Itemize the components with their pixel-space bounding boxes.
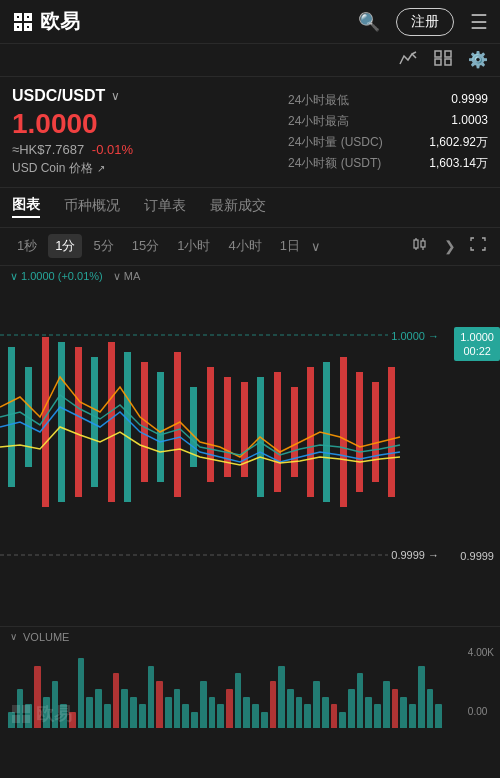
vol-bar [278,666,285,728]
vol-bar [348,689,355,728]
svg-rect-40 [307,367,314,497]
time-period-row: 1秒 1分 5分 15分 1小时 4小时 1日 ∨ ❯ [0,228,500,266]
vol-bar [139,704,146,727]
chart-controls: ❯ [408,234,490,258]
bottom-price-label: 0.9999 → [388,548,442,562]
svg-rect-24 [91,357,98,487]
price-tag-value: 1.0000 [460,330,494,344]
header-right: 🔍 注册 ☰ [358,8,488,36]
watermark: 欧易 [10,702,72,726]
register-button[interactable]: 注册 [396,8,454,36]
stat-low: 24小时最低 0.9999 [288,92,488,109]
vol-bar [435,704,442,727]
vol-bar [409,704,416,727]
vol-bar [313,681,320,728]
top-price-label: 1.0000 → [388,329,442,343]
svg-rect-38 [274,372,281,492]
period-1h[interactable]: 1小时 [170,234,217,258]
pair-row: USDC/USDT ∨ [12,87,278,105]
vol-bar [374,704,381,727]
price-left: USDC/USDT ∨ 1.0000 ≈HK$7.7687 -0.01% USD… [12,87,278,177]
stat-low-value: 0.9999 [451,92,488,109]
forward-icon[interactable]: ❯ [440,236,460,256]
volume-chevron: ∨ [10,631,17,642]
vol-bar [365,697,372,728]
tab-orderbook[interactable]: 订单表 [144,197,186,217]
svg-rect-23 [58,342,65,502]
svg-rect-10 [435,59,441,65]
price-stats: 24小时最低 0.9999 24小时最高 1.0003 24小时量 (USDC)… [288,87,488,177]
svg-rect-11 [445,59,451,65]
volume-section: ∨ VOLUME 4.00K 0.00 欧易 [0,626,500,736]
volume-scale-bottom: 0.00 [468,706,494,717]
candlestick-icon[interactable] [408,234,434,258]
svg-rect-32 [108,342,115,502]
svg-rect-43 [372,382,379,482]
grid-icon[interactable] [434,50,452,70]
period-15m[interactable]: 15分 [125,234,166,258]
chart-ma-label: ∨ MA [113,270,141,283]
svg-rect-4 [17,16,19,18]
svg-rect-29 [323,362,330,502]
chart-canvas[interactable]: 1.0000 00:22 1.0000 → 0.9999 → 0.9999 [0,287,500,592]
vol-bar [243,697,250,728]
tab-overview[interactable]: 币种概况 [64,197,120,217]
vol-bar [339,712,346,728]
svg-rect-31 [75,347,82,497]
vol-bar [270,681,277,728]
svg-rect-44 [388,367,395,497]
vol-bar [226,689,233,728]
svg-rect-26 [157,372,164,482]
vol-bar [165,697,172,728]
settings-icon[interactable]: ⚙️ [468,50,488,70]
current-price-tag: 1.0000 00:22 [454,327,500,362]
logo[interactable]: 欧易 [12,8,80,35]
logo-icon [12,11,34,33]
stat-vol-usdt: 24小时额 (USDT) 1,603.14万 [288,155,488,172]
period-1d[interactable]: 1日 [273,234,307,258]
period-5m[interactable]: 5分 [86,234,120,258]
stat-vol-usdc: 24小时量 (USDC) 1,602.92万 [288,134,488,151]
vol-bar [86,697,93,728]
period-1s[interactable]: 1秒 [10,234,44,258]
vol-bar [261,712,268,728]
period-more[interactable]: ∨ [311,239,321,254]
volume-text: VOLUME [23,631,69,643]
vol-bar [182,704,189,727]
svg-rect-35 [207,367,214,482]
vol-bar [95,689,102,728]
chart-icon[interactable] [398,50,418,70]
tab-trades[interactable]: 最新成交 [210,197,266,217]
volume-scale: 4.00K 0.00 [468,647,494,717]
stat-vol-usdc-value: 1,602.92万 [429,134,488,151]
watermark-text: 欧易 [36,702,72,726]
price-tag-time: 00:22 [460,344,494,358]
coin-link[interactable]: USD Coin 价格 ↗ [12,160,278,177]
svg-rect-7 [27,26,29,28]
vol-bar [156,681,163,728]
svg-rect-47 [12,715,20,723]
period-4h[interactable]: 4小时 [221,234,268,258]
vol-bar [400,697,407,728]
svg-rect-48 [22,715,30,723]
chart-area: ∨ 1.0000 (+0.01%) ∨ MA [0,266,500,626]
vol-bar [322,697,329,728]
svg-rect-5 [27,16,29,18]
price-big: 1.0000 [12,109,278,140]
svg-rect-15 [421,241,425,247]
svg-rect-8 [435,51,441,57]
svg-rect-9 [445,51,451,57]
fullscreen-icon[interactable] [466,235,490,257]
vol-bar [104,704,111,727]
vol-bar [252,704,259,727]
vol-bar [331,704,338,727]
tab-chart[interactable]: 图表 [12,196,40,218]
search-icon[interactable]: 🔍 [358,11,380,33]
menu-icon[interactable]: ☰ [470,10,488,34]
vol-bar [287,689,294,728]
pair-chevron[interactable]: ∨ [111,89,120,103]
pair-name[interactable]: USDC/USDT [12,87,105,105]
price-change: -0.01% [92,142,133,157]
period-1m[interactable]: 1分 [48,234,82,258]
vol-bar [217,704,224,727]
